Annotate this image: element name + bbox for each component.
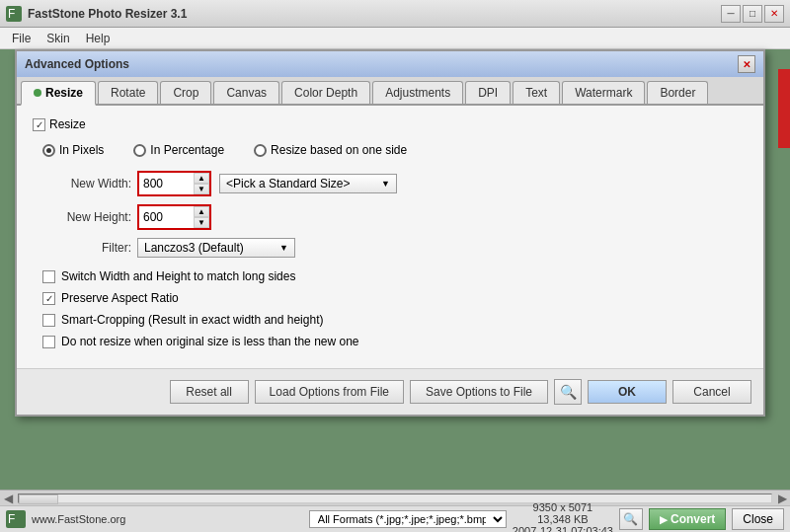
dialog-footer: Reset all Load Options from File Save Op…: [17, 368, 763, 415]
width-input[interactable]: [139, 173, 194, 194]
resize-checkbox-label[interactable]: Resize: [33, 117, 86, 131]
height-spinner-buttons: ▲ ▼: [194, 206, 209, 228]
save-options-button[interactable]: Save Options to File: [410, 380, 548, 404]
no-resize-checkbox[interactable]: [42, 336, 55, 348]
close-button-bottom[interactable]: Close: [732, 508, 784, 530]
tab-dpi[interactable]: DPI: [465, 81, 511, 104]
width-spinner-buttons: ▲ ▼: [194, 173, 209, 194]
load-options-button[interactable]: Load Options from File: [255, 380, 404, 404]
website-label: www.FastStone.org: [32, 513, 125, 525]
file-info: 9350 x 5071 13,348 KB 2007-12-31 07:03:4…: [513, 501, 613, 532]
radio-percentage-text: In Percentage: [150, 143, 224, 157]
height-spinner[interactable]: ▲ ▼: [137, 204, 211, 230]
smart-crop-label: Smart-Cropping (Result in exact width an…: [61, 313, 323, 327]
status-right: All Formats (*.jpg;*.jpe;*.jpeg;*.bmp;*.…: [309, 501, 784, 532]
menu-file[interactable]: File: [4, 30, 39, 47]
tab-text[interactable]: Text: [513, 81, 560, 104]
status-bar: F www.FastStone.org All Formats (*.jpg;*…: [0, 506, 790, 532]
red-sidebar-tab: [778, 69, 790, 148]
advanced-options-dialog: Advanced Options ✕ Resize Rotate Crop Ca…: [15, 49, 765, 417]
filter-row: Filter: Lanczos3 (Default) ▼: [33, 238, 748, 258]
radio-percentage-label[interactable]: In Percentage: [133, 143, 224, 157]
dialog-title-bar: Advanced Options ✕: [17, 51, 763, 77]
svg-text:F: F: [8, 512, 15, 526]
standard-size-label: <Pick a Standard Size>: [226, 177, 350, 190]
resize-checkbox[interactable]: [33, 118, 45, 131]
tab-crop[interactable]: Crop: [160, 81, 211, 104]
smart-crop-checkbox[interactable]: [42, 314, 55, 327]
radio-one-side[interactable]: [254, 144, 267, 157]
option-smart-crop: Smart-Cropping (Result in exact width an…: [42, 313, 748, 327]
radio-percentage[interactable]: [133, 144, 146, 157]
tab-active-dot: [34, 89, 41, 97]
format-selector[interactable]: All Formats (*.jpg;*.jpe;*.jpeg;*.bmp;*.…: [309, 510, 507, 528]
radio-one-side-label[interactable]: Resize based on one side: [254, 143, 407, 157]
height-label: New Height:: [42, 210, 131, 224]
maximize-button[interactable]: □: [743, 5, 762, 23]
width-down-button[interactable]: ▼: [194, 184, 209, 194]
resize-section-header: Resize: [33, 117, 748, 131]
tab-resize-label: Resize: [45, 86, 83, 100]
fs-logo-icon: F: [6, 510, 26, 528]
switch-sides-label: Switch Width and Height to match long si…: [61, 269, 295, 283]
option-preserve-ratio: Preserve Aspect Ratio: [42, 291, 748, 305]
filter-label: Filter:: [42, 241, 131, 255]
resize-mode-group: In Pixels In Percentage Resize based on …: [33, 143, 748, 157]
scroll-left-arrow[interactable]: ◀: [0, 492, 16, 505]
tab-adjustments[interactable]: Adjustments: [372, 81, 463, 104]
tab-rotate-label: Rotate: [111, 86, 145, 100]
width-label: New Width:: [42, 177, 131, 190]
tab-color-depth-label: Color Depth: [294, 86, 357, 100]
tab-resize[interactable]: Resize: [21, 81, 96, 106]
zoom-button[interactable]: 🔍: [619, 508, 643, 530]
convert-label: Convert: [671, 512, 715, 526]
filter-value: Lanczos3 (Default): [144, 241, 244, 255]
menu-bar: File Skin Help: [0, 28, 790, 49]
bottom-panel: ◀ ▶ F www.FastStone.org All Formats (*.j…: [0, 490, 790, 532]
tab-crop-label: Crop: [173, 86, 198, 100]
tab-canvas-label: Canvas: [226, 86, 267, 100]
convert-button[interactable]: ▶ Convert: [649, 508, 726, 530]
menu-help[interactable]: Help: [78, 30, 118, 47]
radio-pixels[interactable]: [42, 144, 55, 157]
scroll-thumb[interactable]: [19, 494, 58, 504]
standard-size-arrow: ▼: [381, 179, 390, 189]
dialog-title: Advanced Options: [25, 57, 129, 71]
close-button[interactable]: ✕: [764, 5, 784, 23]
title-bar: F FastStone Photo Resizer 3.1 ─ □ ✕: [0, 0, 790, 28]
options-section: Switch Width and Height to match long si…: [33, 269, 748, 348]
preserve-ratio-label: Preserve Aspect Ratio: [61, 291, 179, 305]
height-down-button[interactable]: ▼: [194, 217, 209, 228]
tab-border[interactable]: Border: [647, 81, 708, 104]
minimize-button[interactable]: ─: [721, 5, 741, 23]
filter-dropdown[interactable]: Lanczos3 (Default) ▼: [137, 238, 295, 258]
radio-pixels-label[interactable]: In Pixels: [42, 143, 104, 157]
reset-all-button[interactable]: Reset all: [170, 380, 249, 404]
dialog-close-button[interactable]: ✕: [738, 55, 755, 73]
svg-text:F: F: [8, 7, 15, 21]
tab-text-label: Text: [525, 86, 547, 100]
menu-skin[interactable]: Skin: [39, 30, 77, 47]
width-up-button[interactable]: ▲: [194, 173, 209, 184]
height-row: New Height: ▲ ▼: [33, 204, 748, 230]
no-resize-label: Do not resize when original size is less…: [61, 335, 359, 348]
switch-sides-checkbox[interactable]: [42, 270, 55, 283]
filter-dropdown-arrow: ▼: [279, 243, 288, 253]
height-up-button[interactable]: ▲: [194, 206, 209, 217]
tab-adjustments-label: Adjustments: [385, 86, 450, 100]
preserve-ratio-checkbox[interactable]: [42, 292, 55, 305]
width-spinner[interactable]: ▲ ▼: [137, 171, 211, 196]
cancel-button[interactable]: Cancel: [672, 380, 751, 404]
tab-color-depth[interactable]: Color Depth: [281, 81, 370, 104]
option-switch-sides: Switch Width and Height to match long si…: [42, 269, 748, 283]
option-no-resize-if-smaller: Do not resize when original size is less…: [42, 335, 748, 348]
ok-button[interactable]: OK: [588, 380, 667, 404]
tab-canvas[interactable]: Canvas: [213, 81, 279, 104]
dialog-content: Resize In Pixels In Percentage Resize ba…: [17, 106, 763, 368]
standard-size-dropdown[interactable]: <Pick a Standard Size> ▼: [219, 174, 397, 193]
magnifier-button[interactable]: 🔍: [554, 379, 582, 405]
tab-watermark[interactable]: Watermark: [562, 81, 645, 104]
height-input[interactable]: [139, 206, 194, 228]
tab-rotate[interactable]: Rotate: [98, 81, 158, 104]
width-row: New Width: ▲ ▼ <Pick a Standard Size> ▼: [33, 171, 748, 196]
